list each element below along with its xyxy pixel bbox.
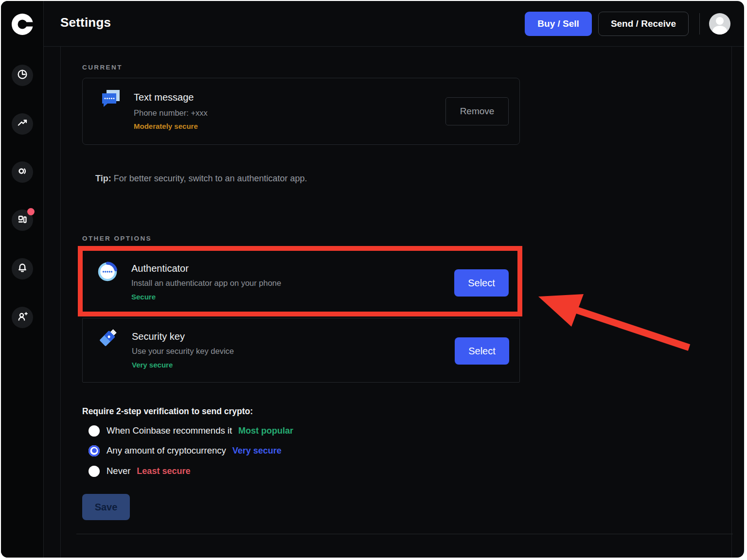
dashboard-icon: [17, 213, 28, 227]
notification-dot: [27, 208, 35, 215]
header-divider: [699, 13, 700, 35]
badge-least-secure: Least secure: [137, 466, 190, 476]
radio-option-never[interactable]: Never Least secure: [89, 465, 190, 477]
authenticator-app-icon: [97, 262, 118, 284]
badge-most-popular: Most popular: [238, 426, 293, 436]
security-tip: Tip: For better security, switch to an a…: [95, 174, 307, 184]
radio-button[interactable]: [89, 466, 100, 477]
send-receive-button[interactable]: Send / Receive: [598, 12, 689, 36]
option-title: Authenticator: [131, 263, 189, 274]
select-authenticator-button[interactable]: Select: [454, 269, 509, 297]
remove-button[interactable]: Remove: [445, 97, 509, 125]
sidebar-item-discover[interactable]: [12, 161, 33, 183]
tip-text: For better security, switch to an authen…: [111, 174, 307, 183]
radio-button[interactable]: [89, 425, 100, 437]
method-subtitle: Phone number: +xxx: [134, 108, 208, 118]
discover-icon: [17, 165, 28, 179]
bell-icon: [17, 262, 28, 276]
radio-button[interactable]: [89, 445, 100, 456]
tip-prefix: Tip:: [95, 174, 111, 183]
trend-up-icon: [17, 117, 28, 131]
radio-label: Never: [107, 466, 130, 476]
select-security-key-button[interactable]: Select: [455, 337, 509, 365]
avatar[interactable]: [709, 13, 730, 35]
page-title: Settings: [60, 15, 111, 30]
radio-option-any-amount[interactable]: Any amount of cryptocurrency Very secure: [89, 444, 282, 457]
sidebar-item-invite[interactable]: [12, 307, 33, 328]
radio-option-recommended[interactable]: When Coinbase recommends it Most popular: [89, 424, 293, 437]
security-level-label: Secure: [131, 293, 156, 301]
security-key-icon: [96, 326, 120, 351]
section-divider: [76, 534, 733, 534]
coinbase-logo[interactable]: [11, 13, 34, 35]
other-options-label: OTHER OPTIONS: [82, 235, 152, 242]
security-level-label: Moderately secure: [134, 122, 198, 130]
sidebar-item-portfolio[interactable]: [12, 65, 33, 86]
badge-very-secure: Very secure: [232, 446, 282, 456]
header-actions: Buy / Sell Send / Receive: [525, 12, 730, 36]
text-message-icon: [100, 89, 122, 113]
save-button[interactable]: Save: [82, 494, 130, 520]
security-level-label: Very secure: [132, 361, 173, 369]
sidebar: [1, 1, 44, 558]
verification-heading: Require 2-step verification to send cryp…: [82, 406, 253, 417]
add-person-icon: [17, 311, 28, 324]
header: Settings Buy / Sell Send / Receive: [44, 1, 744, 47]
current-method-card: Text message Phone number: +xxx Moderate…: [82, 78, 520, 145]
option-title: Security key: [132, 331, 185, 342]
sidebar-item-trade[interactable]: [12, 113, 33, 135]
app-window: Settings Buy / Sell Send / Receive CURRE…: [1, 1, 744, 558]
sidebar-item-notifications[interactable]: [12, 258, 33, 280]
buy-sell-button[interactable]: Buy / Sell: [525, 12, 592, 36]
sidebar-item-dashboard[interactable]: [12, 210, 33, 231]
security-key-card: Security key Use your security key devic…: [82, 318, 520, 383]
radio-label: Any amount of cryptocurrency: [107, 445, 226, 456]
method-title: Text message: [134, 92, 194, 103]
option-subtitle: Install an authenticator app on your pho…: [131, 279, 281, 288]
pie-clock-icon: [17, 69, 28, 82]
current-section-label: CURRENT: [82, 64, 123, 71]
radio-label: When Coinbase recommends it: [107, 425, 232, 436]
option-subtitle: Use your security key device: [132, 347, 234, 356]
